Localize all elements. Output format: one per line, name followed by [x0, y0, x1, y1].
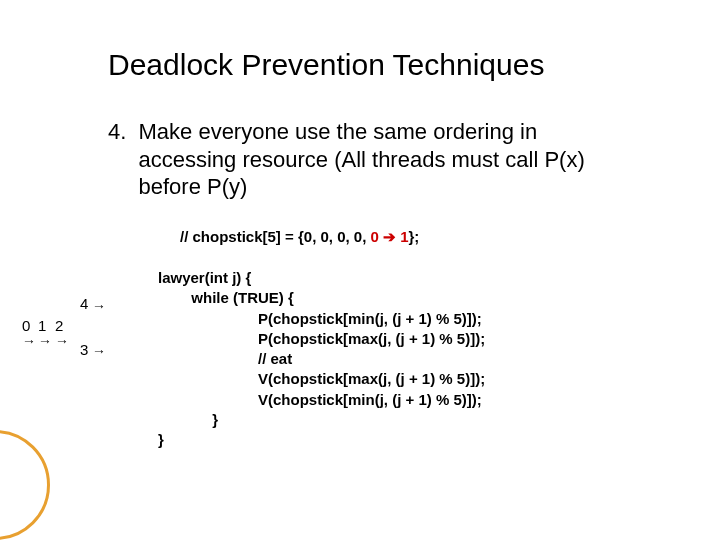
comment-old: 0 [371, 228, 379, 245]
comment-prefix: // chopstick[5] = {0, 0, 0, 0, [180, 228, 371, 245]
arrow-icon: → [55, 333, 69, 349]
diagram-num-3: 3 [80, 341, 88, 358]
arrow-icon: → [22, 333, 36, 349]
diagram-num-2: 2 [55, 317, 63, 334]
diagram-num-4: 4 [80, 295, 88, 312]
diagram-num-0: 0 [22, 317, 30, 334]
code-block: lawyer(int j) { while (TRUE) { P(chopsti… [158, 268, 485, 450]
bullet-number: 4. [108, 118, 126, 146]
ordering-diagram: 0 1 2 3 4 → → → → → [22, 295, 152, 375]
arrow-icon: ➔ [383, 228, 396, 246]
arrow-icon: → [92, 298, 106, 314]
arrow-icon: → [92, 343, 106, 359]
decorative-circle [0, 430, 50, 540]
bullet-item: 4. Make everyone use the same ordering i… [108, 118, 668, 201]
arrow-icon: → [38, 333, 52, 349]
comment-new: 1 [400, 228, 408, 245]
code-comment: // chopstick[5] = {0, 0, 0, 0, 0 ➔ 1}; [180, 228, 419, 246]
comment-suffix: }; [409, 228, 420, 245]
slide-title: Deadlock Prevention Techniques [108, 48, 544, 82]
diagram-num-1: 1 [38, 317, 46, 334]
bullet-text: Make everyone use the same ordering in a… [138, 118, 638, 201]
